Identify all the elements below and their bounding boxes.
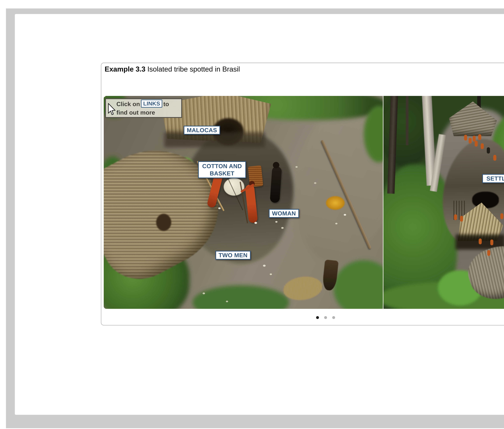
reader-background-frame: Example 3.3 Isolated tribe spotted in Br…	[6, 9, 504, 428]
art-villager	[478, 134, 481, 140]
photo-settlement-aerial	[383, 96, 504, 309]
art-villager	[454, 214, 457, 220]
example-card: Example 3.3 Isolated tribe spotted in Br…	[101, 63, 504, 325]
book-page: Example 3.3 Isolated tribe spotted in Br…	[15, 14, 504, 415]
carousel-dot-3[interactable]	[332, 316, 335, 319]
tooltip-text: Click onLINKSto find out more	[117, 100, 169, 117]
art-villager	[460, 216, 463, 222]
tooltip-suffix: to	[163, 101, 169, 107]
example-number: Example 3.3	[105, 65, 145, 73]
tooltip-line2: find out more	[117, 109, 155, 116]
photo-village-closeup	[104, 96, 383, 309]
art-maloca-entrance	[472, 192, 499, 208]
art-villager	[500, 213, 504, 219]
photo-settlement-art	[383, 96, 504, 309]
art-villager	[487, 250, 490, 256]
label-link-two-men[interactable]: TWO MEN	[216, 251, 251, 260]
tooltip-prefix: Click on	[117, 101, 140, 107]
label-link-cotton-and-basket[interactable]: COTTON AND BASKET	[198, 161, 246, 178]
cursor-arrow-icon	[108, 103, 116, 115]
screen: Example 3.3 Isolated tribe spotted in Br…	[0, 0, 504, 429]
example-caption: Isolated tribe spotted in Brasil	[145, 65, 240, 73]
label-link-malocas[interactable]: MALOCAS	[184, 126, 220, 135]
art-villager	[493, 155, 496, 161]
art-villager	[481, 143, 484, 149]
carousel-dots	[101, 316, 504, 319]
instruction-tooltip: Click onLINKSto find out more	[105, 98, 182, 118]
art-yellow-debris	[326, 196, 345, 210]
art-debris-specks	[104, 96, 105, 97]
art-villager	[475, 141, 478, 147]
art-villager	[473, 136, 476, 141]
card-title: Example 3.3 Isolated tribe spotted in Br…	[105, 65, 240, 74]
carousel-dot-2[interactable]	[324, 316, 327, 319]
art-villager-dark	[487, 147, 490, 154]
carousel-dot-1[interactable]	[316, 316, 319, 319]
art-villager	[469, 138, 472, 144]
art-tree-trunk	[406, 96, 408, 145]
art-dark-bundle	[156, 214, 171, 231]
art-villager	[479, 238, 482, 244]
art-woman-head	[273, 162, 279, 168]
links-button[interactable]: LINKS	[141, 100, 162, 108]
photo-village-art	[104, 96, 383, 309]
art-villager	[464, 135, 467, 140]
label-link-settlement[interactable]: SETTLEMENT	[482, 174, 504, 183]
art-villager	[490, 239, 493, 245]
interactive-figure: Click onLINKSto find out more MALOCAS CO…	[104, 96, 504, 309]
label-link-woman[interactable]: WOMAN	[269, 209, 299, 218]
